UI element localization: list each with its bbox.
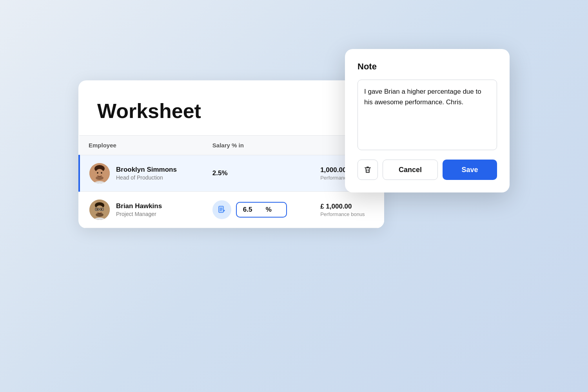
col-employee: Employee [79,136,203,155]
table-row: Brooklyn Simmons Head of Production 2.5%… [79,155,384,192]
bonus-label-brian: Performance bonus [320,211,375,217]
employee-name-brooklyn: Brooklyn Simmons [116,166,177,174]
bonus-amount-brian: £ 1,000.00 [320,203,375,211]
svg-point-5 [96,176,103,180]
svg-point-15 [96,213,103,217]
employee-info-brooklyn: Brooklyn Simmons Head of Production [116,166,177,181]
salary-pct-brian[interactable]: % [203,192,311,228]
note-actions: Cancel Save [358,160,497,180]
delete-button[interactable] [358,160,378,180]
pct-symbol: % [266,206,272,214]
note-icon-button[interactable] [212,200,231,219]
employee-name-brian: Brian Hawkins [116,202,162,210]
bonus-cell-brian: £ 1,000.00 Performance bonus [311,192,384,228]
avatar-brian [89,200,110,220]
table-row: Brian Hawkins Project Manager [79,192,384,228]
employee-role-brian: Project Manager [116,211,162,217]
note-doc-icon [218,205,226,214]
note-modal: Note I gave Brian a higher percentage du… [345,49,510,192]
salary-pct-input[interactable] [243,206,263,214]
worksheet-title: Worksheet [78,99,384,135]
svg-point-14 [101,209,102,210]
salary-pct-input-wrapper[interactable]: % [236,202,287,218]
employee-cell-brooklyn: Brooklyn Simmons Head of Production [79,155,203,192]
main-scene: Worksheet Employee Salary % in [78,49,510,343]
save-button[interactable]: Save [443,160,497,180]
worksheet-card: Worksheet Employee Salary % in [78,80,384,228]
cancel-button[interactable]: Cancel [383,160,438,180]
worksheet-table: Employee Salary % in [78,135,384,228]
employee-info-brian: Brian Hawkins Project Manager [116,202,162,217]
svg-point-13 [97,209,98,210]
col-salary-pct: Salary % in [203,136,311,155]
note-textarea[interactable]: I gave Brian a higher percentage due to … [358,80,497,150]
avatar-brooklyn [89,163,110,183]
svg-point-3 [97,172,98,174]
trash-icon [364,166,372,174]
employee-cell-brian: Brian Hawkins Project Manager [79,192,203,228]
salary-pct-brooklyn: 2.5% [203,155,311,192]
employee-role-brooklyn: Head of Production [116,174,177,181]
note-modal-title: Note [358,62,497,72]
svg-point-4 [101,172,102,174]
